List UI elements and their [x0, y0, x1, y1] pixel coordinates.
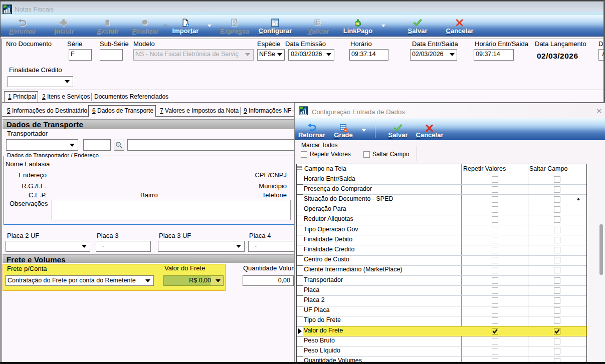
svg-text:5: 5: [357, 22, 359, 26]
